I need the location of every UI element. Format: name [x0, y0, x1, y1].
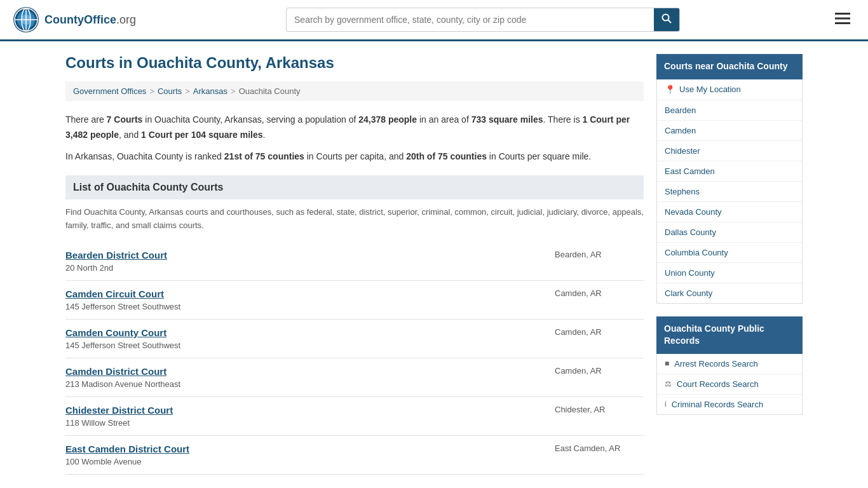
courts-list: Bearden District Court 20 North 2nd Bear…: [65, 242, 644, 475]
pub-record-link[interactable]: Arrest Records Search: [674, 359, 758, 369]
court-item: East Camden District Court 100 Womble Av…: [65, 436, 644, 475]
public-records-title: Ouachita County Public Records: [656, 316, 803, 354]
nearby-list-item[interactable]: East Camden: [657, 161, 802, 182]
court-icon: ⚖: [665, 379, 672, 388]
stats-paragraph-1: There are 7 Courts in Ouachita County, A…: [65, 112, 644, 143]
court-name[interactable]: Camden County Court: [65, 327, 542, 338]
nearby-list-item[interactable]: Bearden: [657, 100, 802, 121]
nearby-title: Courts near Ouachita County: [656, 54, 803, 79]
sidebar: Courts near Ouachita County 📍 Use My Loc…: [656, 54, 803, 475]
nearby-link[interactable]: Stephens: [657, 182, 802, 201]
court-location: Camden, AR: [542, 288, 644, 298]
nearby-link[interactable]: East Camden: [657, 161, 802, 181]
stats-paragraph-2: In Arkansas, Ouachita County is ranked 2…: [65, 149, 644, 165]
logo-icon: [13, 6, 39, 33]
nearby-list-item[interactable]: Stephens: [657, 182, 802, 202]
court-address: 118 Willow Street: [65, 418, 130, 428]
nearby-link[interactable]: Clark County: [657, 283, 802, 303]
court-item: Chidester District Court 118 Willow Stre…: [65, 397, 644, 436]
breadcrumb-current: Ouachita County: [239, 86, 301, 96]
search-button[interactable]: [654, 8, 679, 31]
use-my-location-label: Use My Location: [679, 85, 741, 94]
pub-record-item: ■ Arrest Records Search: [657, 354, 802, 374]
court-address: 145 Jefferson Street Southwest: [65, 341, 180, 350]
court-item: Camden Circuit Court 145 Jefferson Stree…: [65, 281, 644, 320]
pub-record-item: ⚖ Court Records Search: [657, 374, 802, 395]
svg-rect-10: [835, 18, 850, 20]
court-info: Camden County Court 145 Jefferson Street…: [65, 327, 542, 350]
logo-area: CountyOffice.org: [13, 6, 136, 33]
search-icon: [661, 13, 672, 24]
nearby-link[interactable]: Chidester: [657, 141, 802, 161]
court-name[interactable]: East Camden District Court: [65, 444, 542, 454]
nearby-link[interactable]: Camden: [657, 121, 802, 140]
court-address: 213 Madison Avenue Northeast: [65, 379, 180, 389]
breadcrumb-sep-1: >: [149, 86, 154, 96]
court-info: Chidester District Court 118 Willow Stre…: [65, 405, 542, 428]
pub-record-item: i Criminal Records Search: [657, 395, 802, 414]
court-item: Bearden District Court 20 North 2nd Bear…: [65, 242, 644, 281]
court-info: Bearden District Court 20 North 2nd: [65, 250, 542, 273]
svg-line-8: [668, 20, 672, 24]
court-name[interactable]: Bearden District Court: [65, 250, 542, 261]
main-container: Courts in Ouachita County, Arkansas Gove…: [53, 41, 815, 487]
nearby-link[interactable]: Dallas County: [657, 222, 802, 242]
svg-rect-9: [835, 13, 850, 15]
nearby-list-item[interactable]: Camden: [657, 121, 802, 141]
use-my-location-link[interactable]: 📍 Use My Location: [657, 79, 802, 100]
list-section-desc: Find Ouachita County, Arkansas courts an…: [65, 206, 644, 233]
search-area: [286, 8, 680, 32]
hamburger-icon: [835, 13, 850, 24]
page-title: Courts in Ouachita County, Arkansas: [65, 54, 644, 72]
nearby-link[interactable]: Bearden: [657, 100, 802, 120]
breadcrumb-courts[interactable]: Courts: [158, 86, 182, 96]
list-section-header: List of Ouachita County Courts: [65, 175, 644, 200]
court-address: 100 Womble Avenue: [65, 457, 142, 466]
nearby-list-item[interactable]: Nevada County: [657, 202, 802, 222]
court-name[interactable]: Chidester District Court: [65, 405, 542, 416]
court-name[interactable]: Camden District Court: [65, 366, 542, 377]
court-location: Camden, AR: [542, 327, 644, 337]
nearby-list-item[interactable]: Columbia County: [657, 243, 802, 263]
court-location: Camden, AR: [542, 366, 644, 376]
nearby-list-item[interactable]: Chidester: [657, 141, 802, 161]
nearby-link[interactable]: Union County: [657, 263, 802, 283]
breadcrumb-arkansas[interactable]: Arkansas: [193, 86, 227, 96]
court-location: Chidester, AR: [542, 405, 644, 414]
court-info: Camden District Court 213 Madison Avenue…: [65, 366, 542, 389]
pub-record-link[interactable]: Court Records Search: [677, 379, 759, 389]
svg-rect-11: [835, 22, 850, 24]
breadcrumb-govt-offices[interactable]: Government Offices: [73, 86, 146, 96]
court-location: East Camden, AR: [542, 444, 644, 453]
nearby-list-item[interactable]: Clark County: [657, 283, 802, 303]
court-item: Camden County Court 145 Jefferson Street…: [65, 320, 644, 358]
content-area: Courts in Ouachita County, Arkansas Gove…: [65, 54, 644, 475]
nearby-list: 📍 Use My Location BeardenCamdenChidester…: [656, 79, 803, 304]
court-address: 145 Jefferson Street Southwest: [65, 302, 180, 311]
nearby-link[interactable]: Nevada County: [657, 202, 802, 222]
nearby-list-item[interactable]: Dallas County: [657, 222, 802, 243]
breadcrumb-sep-3: >: [231, 86, 236, 96]
breadcrumb: Government Offices > Courts > Arkansas >…: [65, 81, 644, 101]
location-icon: 📍: [665, 85, 675, 95]
public-records-list: ■ Arrest Records Search ⚖ Court Records …: [656, 354, 803, 415]
court-address: 20 North 2nd: [65, 263, 113, 273]
court-name[interactable]: Camden Circuit Court: [65, 288, 542, 299]
nearby-list-item[interactable]: Union County: [657, 263, 802, 283]
header: CountyOffice.org: [0, 0, 868, 41]
public-records-section: Ouachita County Public Records ■ Arrest …: [656, 316, 803, 415]
criminal-icon: i: [665, 400, 667, 409]
search-input[interactable]: [287, 10, 654, 30]
court-item: Camden District Court 213 Madison Avenue…: [65, 358, 644, 397]
pub-record-link[interactable]: Criminal Records Search: [672, 400, 764, 409]
nearby-section: Courts near Ouachita County 📍 Use My Loc…: [656, 54, 803, 304]
nearby-link[interactable]: Columbia County: [657, 243, 802, 262]
logo-text: CountyOffice.org: [44, 13, 136, 27]
menu-button[interactable]: [830, 9, 855, 30]
nearby-use-location[interactable]: 📍 Use My Location: [657, 79, 802, 100]
svg-point-7: [663, 15, 669, 21]
breadcrumb-sep-2: >: [185, 86, 190, 96]
arrest-icon: ■: [665, 359, 669, 368]
court-info: Camden Circuit Court 145 Jefferson Stree…: [65, 288, 542, 311]
court-location: Bearden, AR: [542, 250, 644, 259]
